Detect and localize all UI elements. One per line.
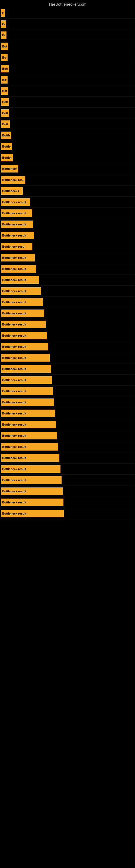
- result-bar[interactable]: Bo: [1, 20, 6, 28]
- result-bar[interactable]: Bottleneck result: [1, 287, 41, 295]
- bar-label: Bot: [2, 78, 6, 82]
- bar-row: Bottleneck result: [0, 286, 135, 297]
- result-bar[interactable]: Bottleneck result: [1, 410, 55, 417]
- bar-row: Bott: [0, 119, 135, 130]
- result-bar[interactable]: Bottleneck result: [1, 376, 52, 384]
- result-bar[interactable]: Bo: [1, 31, 6, 39]
- bar-label: Bott: [2, 100, 8, 104]
- bar-label: Bott: [2, 112, 8, 115]
- bar-label: Bottleneck result: [2, 445, 26, 448]
- bar-label: Bott: [2, 67, 8, 70]
- result-bar[interactable]: Bottle: [1, 131, 11, 139]
- result-bar[interactable]: Bot: [1, 54, 8, 61]
- result-bar[interactable]: Bottleneck result: [1, 476, 61, 484]
- result-bar[interactable]: Bottler: [1, 154, 13, 161]
- result-bar[interactable]: Bottleneck result: [1, 276, 39, 284]
- bar-label: Bott: [2, 123, 8, 126]
- result-bar[interactable]: Bottleneck result: [1, 321, 46, 328]
- bar-row: Bottleneck result: [0, 197, 135, 208]
- bar-row: Bottleneck result: [0, 475, 135, 486]
- result-bar[interactable]: Bott: [1, 120, 10, 128]
- bar-row: Bottleneck result: [0, 464, 135, 475]
- bar-label: Bottleneck resu: [2, 178, 24, 182]
- result-bar[interactable]: Bot: [1, 76, 8, 84]
- result-bar[interactable]: Bottleneck r: [1, 187, 23, 195]
- result-bar[interactable]: Bottle: [1, 143, 12, 150]
- result-bar[interactable]: Bottleneck result: [1, 231, 34, 239]
- bar-row: Bottleneck result: [0, 508, 135, 519]
- result-bar[interactable]: Bottleneck result: [1, 332, 47, 339]
- bar-label: Bottleneck result: [2, 467, 26, 471]
- bar-label: Bottleneck result: [2, 501, 26, 504]
- result-bar[interactable]: Bott: [1, 109, 9, 117]
- bar-row: Bottleneck result: [0, 330, 135, 341]
- result-bar[interactable]: Bottleneck result: [1, 510, 64, 517]
- bar-label: Bottleneck result: [2, 301, 26, 304]
- bar-label: Bottleneck result: [2, 434, 26, 437]
- result-bar[interactable]: Bottleneck resu: [1, 243, 32, 250]
- bar-label: Bottleneck result: [2, 478, 26, 482]
- bar-label: Bottleneck r: [2, 189, 19, 193]
- bar-row: Bottleneck r: [0, 186, 135, 197]
- bar-label: Bottleneck result: [2, 378, 26, 382]
- result-bar[interactable]: Bottleneck result: [1, 432, 57, 439]
- bar-row: Bottleneck resu: [0, 175, 135, 186]
- bar-label: Bottleneck result: [2, 278, 26, 282]
- bar-label: Bottleneck result: [2, 267, 26, 271]
- result-bar[interactable]: Bottleneck result: [1, 443, 58, 451]
- result-bar[interactable]: Bottleneck result: [1, 209, 32, 217]
- result-bar[interactable]: Bottleneck result: [1, 465, 60, 473]
- bar-label: Bottle: [2, 145, 10, 148]
- bar-row: Bott: [0, 41, 135, 52]
- bar-row: Bot: [0, 74, 135, 86]
- site-title: TheBottlenecker.com: [0, 0, 135, 8]
- bar-label: Bottleneck result: [2, 323, 26, 326]
- bar-row: Bottleneck result: [0, 219, 135, 230]
- bar-label: B: [2, 11, 4, 14]
- bar-row: Bottle: [0, 141, 135, 152]
- result-bar[interactable]: Bottleneck result: [1, 343, 48, 350]
- bar-label: Bot: [2, 89, 7, 93]
- bar-label: Bottler: [2, 156, 12, 159]
- result-bar[interactable]: Bottleneck result: [1, 265, 36, 273]
- result-bar[interactable]: Bott: [1, 42, 8, 50]
- bar-label: Bottleneck result: [2, 223, 26, 226]
- bar-row: Bottleneck result: [0, 264, 135, 275]
- bar-row: Bottleneck result: [0, 319, 135, 330]
- result-bar[interactable]: B: [1, 9, 5, 17]
- result-bar[interactable]: Bottleneck result: [1, 499, 63, 506]
- bar-label: Bo: [2, 23, 5, 26]
- result-bar[interactable]: Bottleneck result: [1, 299, 43, 306]
- bar-row: Bottleneck result: [0, 497, 135, 508]
- bar-label: Bottleneck result: [2, 490, 26, 493]
- bar-row: Bottleneck result: [0, 208, 135, 219]
- result-bar[interactable]: Bott: [1, 65, 9, 72]
- result-bar[interactable]: Bottleneck result: [1, 365, 51, 373]
- result-bar[interactable]: Bottleneck result: [1, 354, 50, 362]
- result-bar[interactable]: Bottleneck: [1, 165, 18, 173]
- bar-label: Bottleneck result: [2, 356, 26, 360]
- result-bar[interactable]: Bottleneck result: [1, 220, 33, 228]
- result-bar[interactable]: Bottleneck result: [1, 488, 63, 495]
- bar-label: Bottleneck result: [2, 367, 26, 371]
- bar-row: Bottleneck result: [0, 341, 135, 352]
- bar-row: Bottleneck result: [0, 352, 135, 364]
- result-bar[interactable]: Bottleneck result: [1, 399, 54, 406]
- bar-label: Bottleneck result: [2, 312, 26, 315]
- bar-label: Bottleneck result: [2, 212, 26, 215]
- result-bar[interactable]: Bottleneck result: [1, 454, 59, 462]
- bar-label: Bottleneck result: [2, 234, 26, 237]
- bar-row: Bottleneck result: [0, 308, 135, 319]
- result-bar[interactable]: Bottleneck resu: [1, 176, 26, 184]
- result-bar[interactable]: Bott: [1, 98, 9, 106]
- result-bar[interactable]: Bottleneck result: [1, 421, 56, 428]
- result-bar[interactable]: Bottleneck result: [1, 198, 30, 206]
- bar-row: Bottleneck result: [0, 364, 135, 375]
- bar-row: Bottler: [0, 152, 135, 163]
- bar-row: Bottleneck result: [0, 419, 135, 430]
- bar-label: Bottleneck result: [2, 423, 26, 426]
- result-bar[interactable]: Bot: [1, 87, 8, 95]
- result-bar[interactable]: Bottleneck result: [1, 254, 35, 261]
- result-bar[interactable]: Bottleneck result: [1, 310, 44, 317]
- result-bar[interactable]: Bottleneck result: [1, 388, 53, 395]
